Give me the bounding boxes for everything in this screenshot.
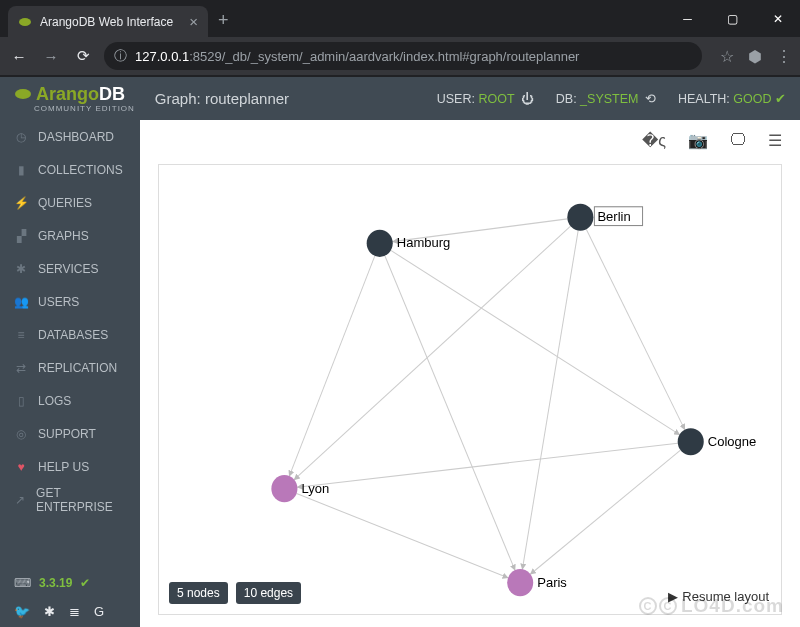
tab-close-icon[interactable]: × (189, 13, 198, 30)
hamburger-icon[interactable]: ☰ (768, 131, 782, 150)
window-close-button[interactable]: ✕ (755, 4, 800, 34)
sidebar-item-label: SUPPORT (38, 427, 96, 441)
slack-icon[interactable]: ✱ (44, 604, 55, 619)
browser-chrome: ArangoDB Web Interface × + ─ ▢ ✕ ← → ⟳ ⓘ… (0, 0, 800, 77)
graph-edge[interactable] (385, 256, 515, 570)
bolt-icon: ⚡ (14, 196, 28, 210)
sidebar-item-collections[interactable]: ▮COLLECTIONS (0, 153, 140, 186)
sidebar-item-help-us[interactable]: ♥HELP US (0, 450, 140, 483)
retweet-icon: ⇄ (14, 361, 28, 375)
screen-icon[interactable]: 🖵 (730, 131, 746, 149)
graph-edge[interactable] (530, 450, 680, 574)
sidebar-item-label: DASHBOARD (38, 130, 114, 144)
resume-layout-button[interactable]: ▶ Resume layout (668, 589, 769, 604)
svg-point-3 (567, 204, 593, 231)
graph-edge[interactable] (294, 226, 570, 480)
browser-menu-icon[interactable]: ⋮ (776, 47, 792, 66)
brand-edition: COMMUNITY EDITION (34, 105, 135, 113)
graph-edge[interactable] (391, 250, 680, 434)
play-icon: ▶ (668, 589, 678, 604)
window-minimize-button[interactable]: ─ (665, 4, 710, 34)
window-maximize-button[interactable]: ▢ (710, 4, 755, 34)
sidebar-item-graphs[interactable]: ▞GRAPHS (0, 219, 140, 252)
tab-bar: ArangoDB Web Interface × + ─ ▢ ✕ (0, 0, 800, 37)
sidebar-item-dashboard[interactable]: ◷DASHBOARD (0, 120, 140, 153)
chart-icon: ▞ (14, 229, 28, 243)
sidebar-item-services[interactable]: ✱SERVICES (0, 252, 140, 285)
edges-badge: 10 edges (236, 582, 301, 604)
tab-title: ArangoDB Web Interface (40, 15, 173, 29)
tab-favicon-icon (18, 15, 32, 29)
folder-icon: ▮ (14, 163, 28, 177)
share-icon[interactable]: �ς (642, 131, 666, 150)
sidebar-item-get-enterprise[interactable]: ↗GET ENTERPRISE (0, 483, 140, 516)
graph-edge[interactable] (522, 231, 578, 570)
sidebar-item-label: USERS (38, 295, 79, 309)
app-header: ArangoDB COMMUNITY EDITION Graph: routep… (0, 77, 800, 120)
graph-edge[interactable] (289, 256, 375, 476)
header-user[interactable]: USER: ROOT ⏻ (437, 92, 534, 106)
sidebar-item-users[interactable]: 👥USERS (0, 285, 140, 318)
graph-node-cologne[interactable]: Cologne (678, 428, 757, 455)
refresh-icon[interactable]: ⟲ (645, 92, 656, 106)
graph-node-berlin[interactable]: Berlin (567, 204, 642, 231)
nav-forward-icon[interactable]: → (40, 48, 62, 65)
google-icon[interactable]: G (94, 604, 104, 619)
sidebar-item-label: HELP US (38, 460, 89, 474)
external-icon: ↗ (14, 493, 26, 507)
sidebar-item-label: LOGS (38, 394, 71, 408)
graph-edge[interactable] (297, 443, 677, 487)
users-icon: 👥 (14, 295, 28, 309)
address-bar: ← → ⟳ ⓘ 127.0.0.1 :8529/_db/_system/_adm… (0, 37, 800, 75)
graph-canvas[interactable]: HamburgBerlinCologneLyonParis 5 nodes 10… (158, 164, 782, 615)
sidebar-item-label: DATABASES (38, 328, 108, 342)
graph-stats: 5 nodes 10 edges (169, 582, 301, 604)
browser-tab[interactable]: ArangoDB Web Interface × (8, 6, 208, 37)
sidebar-item-logs[interactable]: ▯LOGS (0, 384, 140, 417)
brand-suffix: DB (99, 84, 125, 104)
social-row: 🐦 ✱ ≣ G (0, 596, 140, 627)
sidebar-item-databases[interactable]: ≡DATABASES (0, 318, 140, 351)
bookmark-star-icon[interactable]: ☆ (720, 47, 734, 66)
graph-node-label: Hamburg (397, 235, 451, 250)
header-db[interactable]: DB: _SYSTEM ⟲ (556, 91, 656, 106)
svg-point-0 (19, 18, 31, 26)
graph-node-lyon[interactable]: Lyon (271, 475, 329, 502)
heart-icon: ♥ (14, 460, 28, 474)
url-host: 127.0.0.1 (135, 49, 189, 64)
svg-point-2 (367, 230, 393, 257)
sidebar: ◷DASHBOARD▮COLLECTIONS⚡QUERIES▞GRAPHS✱SE… (0, 120, 140, 627)
sidebar-item-support[interactable]: ◎SUPPORT (0, 417, 140, 450)
url-path: :8529/_db/_system/_admin/aardvark/index.… (189, 49, 579, 64)
life-ring-icon: ◎ (14, 427, 28, 441)
nav-reload-icon[interactable]: ⟳ (72, 47, 94, 65)
keyboard-icon[interactable]: ⌨ (14, 576, 31, 590)
breadcrumb: Graph: routeplanner (155, 90, 289, 107)
graph-node-paris[interactable]: Paris (507, 569, 567, 596)
svg-point-7 (507, 569, 533, 596)
brand-logo[interactable]: ArangoDB COMMUNITY EDITION (14, 85, 135, 113)
twitter-icon[interactable]: 🐦 (14, 604, 30, 619)
sidebar-item-label: GRAPHS (38, 229, 89, 243)
sidebar-item-replication[interactable]: ⇄REPLICATION (0, 351, 140, 384)
graph-edge[interactable] (297, 494, 508, 578)
sidebar-item-label: SERVICES (38, 262, 98, 276)
camera-icon[interactable]: 📷 (688, 131, 708, 150)
window-controls: ─ ▢ ✕ (665, 4, 800, 34)
database-icon: ≡ (14, 328, 28, 342)
sidebar-item-queries[interactable]: ⚡QUERIES (0, 186, 140, 219)
extension-icon[interactable]: ⬢ (748, 47, 762, 66)
power-icon[interactable]: ⏻ (521, 92, 534, 106)
url-info-icon: ⓘ (114, 47, 127, 65)
check-circle-icon: ✔ (775, 92, 786, 106)
new-tab-button[interactable]: + (218, 10, 229, 31)
graph-node-label: Paris (537, 575, 567, 590)
version-check-icon: ✔ (80, 576, 90, 590)
graph-node-label: Lyon (301, 481, 329, 496)
nav-back-icon[interactable]: ← (8, 48, 30, 65)
url-input[interactable]: ⓘ 127.0.0.1 :8529/_db/_system/_admin/aar… (104, 42, 702, 70)
sidebar-item-label: REPLICATION (38, 361, 117, 375)
graph-node-hamburg[interactable]: Hamburg (367, 230, 451, 257)
graph-edge[interactable] (586, 229, 684, 429)
stackoverflow-icon[interactable]: ≣ (69, 604, 80, 619)
